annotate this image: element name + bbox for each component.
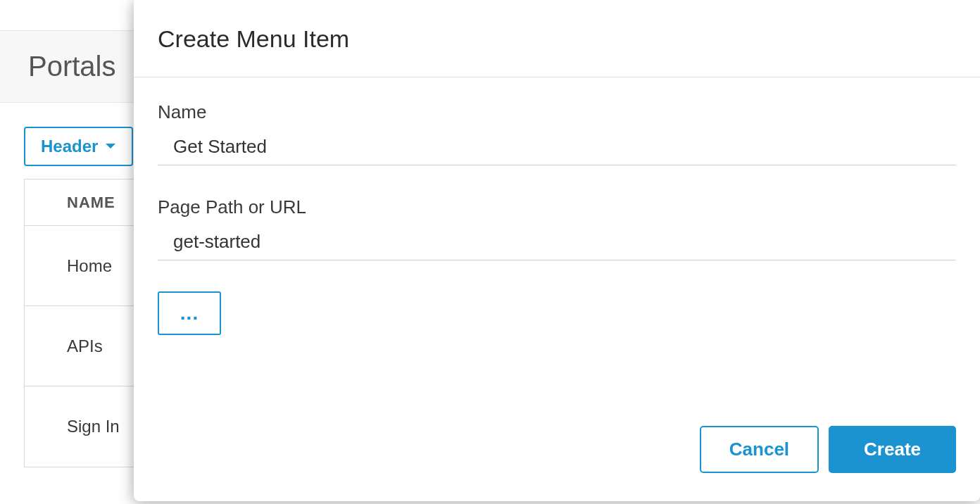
ellipsis-icon: ...	[180, 302, 199, 325]
create-menu-item-dialog: Create Menu Item Name Page Path or URL .…	[134, 0, 980, 501]
path-input[interactable]	[158, 225, 956, 260]
dialog-body: Name Page Path or URL ...	[134, 77, 980, 426]
name-field-group: Name	[158, 101, 956, 165]
path-field-group: Page Path or URL	[158, 196, 956, 260]
modal-backdrop: Create Menu Item Name Page Path or URL .…	[0, 0, 980, 504]
dialog-header: Create Menu Item	[134, 0, 980, 77]
dialog-footer: Cancel Create	[134, 426, 980, 501]
cancel-button[interactable]: Cancel	[700, 426, 819, 473]
name-label: Name	[158, 101, 956, 123]
create-button[interactable]: Create	[829, 426, 956, 473]
more-options-button[interactable]: ...	[158, 291, 221, 335]
path-label: Page Path or URL	[158, 196, 956, 218]
name-input[interactable]	[158, 130, 956, 165]
dialog-title: Create Menu Item	[158, 25, 956, 53]
